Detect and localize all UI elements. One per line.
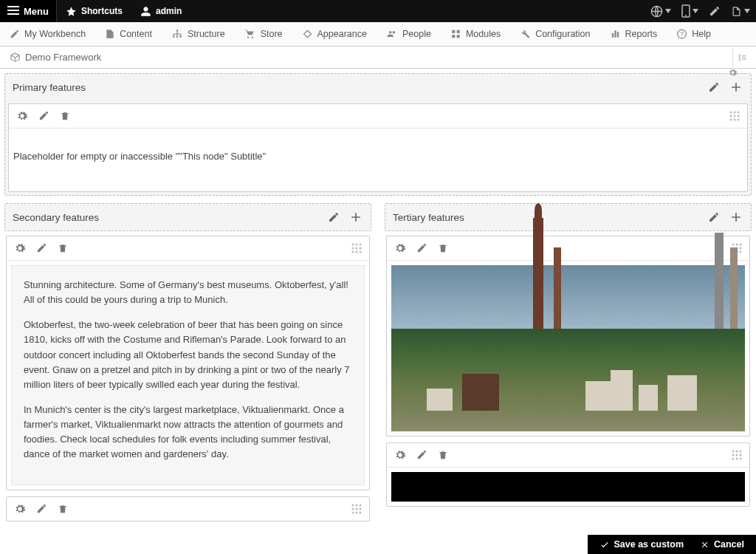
svg-point-29 xyxy=(352,244,354,246)
admin-structure[interactable]: Structure xyxy=(162,22,235,46)
col-secondary: Secondary features xyxy=(4,203,371,523)
admin-reports[interactable]: Reports xyxy=(600,22,667,46)
svg-point-20 xyxy=(730,112,732,114)
dark-illustration xyxy=(391,472,745,502)
admin-content[interactable]: Content xyxy=(95,22,162,46)
svg-point-24 xyxy=(734,115,736,117)
svg-rect-6 xyxy=(176,30,178,31)
user-button[interactable]: admin xyxy=(131,0,190,22)
gear-icon[interactable] xyxy=(394,242,406,254)
svg-point-49 xyxy=(740,244,742,246)
plus-icon[interactable] xyxy=(729,80,743,95)
admin-my-workbench[interactable]: My Workbench xyxy=(0,22,95,46)
globe-button[interactable] xyxy=(650,5,671,18)
topbar: Menu Shortcuts admin xyxy=(0,0,756,22)
svg-point-45 xyxy=(356,511,358,513)
admin-item-label: Content xyxy=(120,29,152,39)
trash-icon[interactable] xyxy=(438,449,448,461)
pencil-icon[interactable] xyxy=(416,449,427,460)
mobile-icon xyxy=(681,4,690,18)
drag-icon xyxy=(732,450,742,460)
svg-point-43 xyxy=(360,507,362,510)
structure-icon xyxy=(171,29,183,39)
device-button[interactable] xyxy=(681,4,698,18)
svg-rect-15 xyxy=(614,30,616,37)
appearance-icon xyxy=(302,29,313,39)
drag-handle[interactable] xyxy=(729,111,740,121)
svg-point-64 xyxy=(740,458,742,460)
admin-store[interactable]: Store xyxy=(235,22,292,46)
svg-point-34 xyxy=(360,247,362,250)
drag-icon xyxy=(729,111,740,121)
svg-point-48 xyxy=(736,244,738,246)
svg-point-22 xyxy=(738,112,740,114)
pencil-icon[interactable] xyxy=(328,211,340,223)
svg-rect-10 xyxy=(452,30,455,33)
region-title: Primary features xyxy=(13,82,86,93)
trash-icon[interactable] xyxy=(60,110,70,122)
svg-point-63 xyxy=(736,458,738,460)
caret-down-icon xyxy=(665,9,671,13)
gear-icon[interactable] xyxy=(394,449,406,461)
pencil-icon[interactable] xyxy=(36,503,47,514)
toggle-orientation-button[interactable] xyxy=(732,48,752,67)
svg-point-35 xyxy=(352,251,354,253)
svg-rect-1 xyxy=(7,10,19,11)
region-gear-button[interactable] xyxy=(728,68,738,78)
svg-rect-0 xyxy=(7,6,19,7)
file-icon xyxy=(105,29,115,39)
demo-framework-link[interactable]: Demo Framework xyxy=(0,47,111,68)
pencil-icon[interactable] xyxy=(416,242,427,253)
trash-icon[interactable] xyxy=(438,242,448,254)
gear-icon[interactable] xyxy=(14,503,26,515)
admin-people[interactable]: People xyxy=(377,22,441,46)
admin-configuration[interactable]: Configuration xyxy=(510,22,599,46)
svg-point-30 xyxy=(356,244,358,246)
svg-point-31 xyxy=(360,244,362,246)
plus-icon[interactable] xyxy=(348,210,363,225)
edit-button[interactable] xyxy=(709,5,721,17)
page-button[interactable] xyxy=(731,5,750,18)
admin-appearance[interactable]: Appearance xyxy=(292,22,377,46)
col-tertiary: Tertiary features xyxy=(385,203,752,523)
plus-icon[interactable] xyxy=(729,210,743,225)
pane-article: Stunning architecture. Some of Germany's… xyxy=(6,236,370,490)
drag-handle[interactable] xyxy=(732,450,742,460)
shortcuts-label: Shortcuts xyxy=(81,6,123,16)
pencil-icon[interactable] xyxy=(38,110,49,121)
svg-rect-8 xyxy=(176,35,178,37)
region-tertiary: Tertiary features xyxy=(385,203,752,231)
svg-point-39 xyxy=(356,504,358,506)
admin-help[interactable]: ? Help xyxy=(667,22,721,46)
svg-rect-2 xyxy=(7,13,19,15)
article-body: Stunning architecture. Some of Germany's… xyxy=(11,265,365,485)
svg-point-62 xyxy=(732,458,735,460)
menu-button[interactable]: Menu xyxy=(0,0,57,22)
region-title: Secondary features xyxy=(13,212,99,223)
svg-point-32 xyxy=(352,247,354,250)
trash-icon[interactable] xyxy=(58,503,68,515)
columns: Secondary features xyxy=(4,203,752,523)
svg-rect-11 xyxy=(457,30,460,33)
svg-point-28 xyxy=(738,119,740,121)
pencil-icon[interactable] xyxy=(708,211,720,223)
shortcuts-button[interactable]: Shortcuts xyxy=(57,0,131,22)
svg-point-56 xyxy=(732,451,735,453)
svg-point-25 xyxy=(738,115,740,117)
globe-icon xyxy=(650,5,663,18)
drag-icon xyxy=(351,243,362,253)
gear-icon[interactable] xyxy=(14,242,26,254)
drag-handle[interactable] xyxy=(351,243,362,253)
svg-point-61 xyxy=(740,454,742,456)
svg-point-52 xyxy=(740,247,742,250)
trash-icon[interactable] xyxy=(58,242,68,254)
admin-modules[interactable]: Modules xyxy=(441,22,510,46)
svg-point-55 xyxy=(740,251,742,253)
article-p1: Stunning architecture. Some of Germany's… xyxy=(24,278,352,307)
pencil-icon[interactable] xyxy=(36,242,47,253)
svg-rect-12 xyxy=(452,35,455,38)
gear-icon[interactable] xyxy=(16,110,28,122)
drag-handle[interactable] xyxy=(351,504,362,514)
svg-rect-13 xyxy=(457,35,460,38)
pencil-icon[interactable] xyxy=(708,81,720,93)
